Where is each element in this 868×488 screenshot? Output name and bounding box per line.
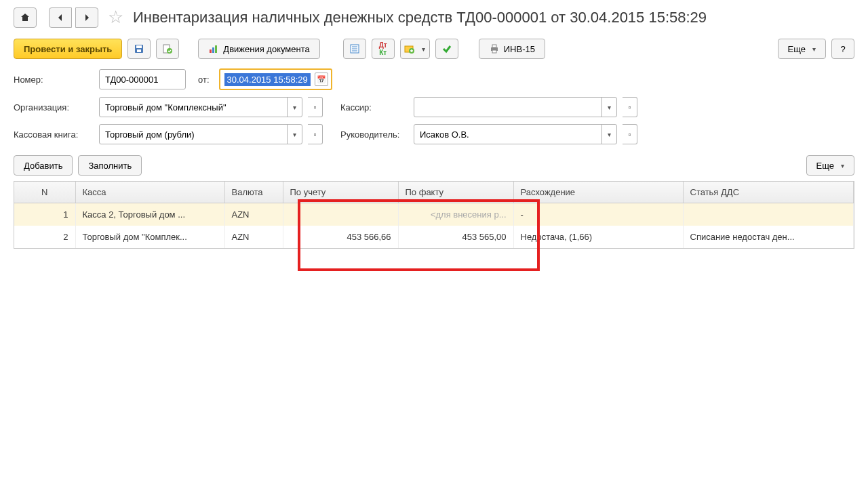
cell-po-uchetu[interactable]: 453 566,66 — [283, 226, 398, 248]
movements-label: Движения документа — [223, 44, 309, 54]
cashier-combo[interactable]: ▾ — [414, 97, 617, 117]
table-header-row: N Касса Валюта По учету По факту Расхожд… — [14, 182, 854, 203]
chevron-down-icon: ▾ — [841, 162, 844, 169]
main-toolbar: Провести и закрыть Движения документа Дт… — [0, 33, 868, 64]
org-open-button[interactable]: ▫ — [308, 97, 323, 117]
manager-combo[interactable]: ▾ — [414, 124, 617, 144]
date-value: 30.04.2015 15:58:29 — [224, 73, 311, 86]
chevron-down-icon[interactable]: ▾ — [287, 98, 302, 117]
org-combo[interactable]: ▾ — [99, 97, 302, 117]
chevron-down-icon[interactable]: ▾ — [601, 98, 616, 117]
cell-kassa[interactable]: Торговый дом "Комплек... — [75, 226, 224, 248]
svg-rect-5 — [210, 49, 212, 53]
svg-rect-2 — [137, 49, 141, 52]
check-icon — [441, 43, 452, 54]
more-button[interactable]: Еще ▾ — [778, 39, 826, 59]
more-label: Еще — [788, 44, 806, 54]
book-open-button[interactable]: ▫ — [308, 124, 323, 144]
fill-button[interactable]: Заполнить — [78, 155, 142, 176]
arrow-right-icon — [81, 12, 92, 23]
folder-plus-icon — [404, 43, 415, 54]
col-rash[interactable]: Расхождение — [513, 182, 683, 203]
cashier-label: Кассир: — [328, 102, 408, 113]
top-nav: ☆ Инвентаризация наличных денежных средс… — [0, 0, 868, 33]
floppy-icon — [134, 43, 144, 54]
page-title: Инвентаризация наличных денежных средств… — [133, 9, 707, 26]
cell-dds[interactable] — [683, 203, 854, 226]
help-button[interactable]: ? — [831, 39, 854, 59]
cashier-open-button[interactable]: ▫ — [623, 97, 637, 117]
form-area: Номер: от: 30.04.2015 15:58:29 📅 Организ… — [0, 64, 868, 148]
dtkt-icon: ДтКт — [379, 41, 387, 56]
chevron-down-icon: ▾ — [422, 45, 425, 53]
back-button[interactable] — [49, 7, 72, 28]
home-icon — [20, 12, 31, 23]
svg-rect-6 — [212, 47, 214, 53]
post-and-close-button[interactable]: Провести и закрыть — [14, 39, 122, 59]
list-icon — [349, 43, 360, 54]
manager-input[interactable] — [414, 125, 601, 144]
svg-rect-7 — [215, 45, 217, 53]
book-combo[interactable]: ▾ — [99, 124, 302, 144]
favorite-star-icon[interactable]: ☆ — [108, 7, 123, 28]
chevron-down-icon[interactable]: ▾ — [601, 125, 616, 144]
cell-dds[interactable]: Списание недостач ден... — [683, 226, 854, 248]
date-field[interactable]: 30.04.2015 15:58:29 📅 — [219, 68, 332, 90]
svg-rect-16 — [492, 50, 496, 53]
col-valuta[interactable]: Валюта — [224, 182, 283, 203]
table-toolbar: Добавить Заполнить Еще ▾ — [0, 148, 868, 181]
table-more-label: Еще — [816, 161, 834, 171]
table-more-button[interactable]: Еще ▾ — [806, 155, 854, 176]
chevron-down-icon[interactable]: ▾ — [287, 125, 302, 144]
svg-rect-15 — [492, 45, 496, 47]
print-inv15-button[interactable]: ИНВ-15 — [479, 39, 545, 59]
calendar-icon[interactable]: 📅 — [315, 73, 328, 86]
cell-n[interactable]: 2 — [14, 226, 75, 248]
list-button[interactable] — [343, 39, 366, 59]
col-kassa[interactable]: Касса — [75, 182, 224, 203]
chevron-down-icon: ▾ — [812, 45, 816, 53]
from-label: от: — [198, 75, 210, 85]
create-based-on-button[interactable]: ▾ — [400, 39, 430, 59]
post-button[interactable] — [156, 39, 179, 59]
manager-open-button[interactable]: ▫ — [623, 124, 637, 144]
col-po-faktu[interactable]: По факту — [398, 182, 513, 203]
org-input[interactable] — [100, 98, 287, 117]
add-row-button[interactable]: Добавить — [14, 155, 73, 176]
cell-n[interactable]: 1 — [14, 203, 75, 226]
svg-rect-1 — [136, 45, 142, 48]
col-po-uchetu[interactable]: По учету — [283, 182, 398, 203]
table-row[interactable]: 1 Касса 2, Торговый дом ... AZN <для вне… — [14, 203, 854, 226]
cell-po-faktu[interactable]: <для внесения р... — [398, 203, 513, 226]
cell-valuta[interactable]: AZN — [224, 203, 283, 226]
save-button[interactable] — [127, 39, 151, 59]
dtkt-button[interactable]: ДтКт — [372, 39, 395, 59]
table-row[interactable]: 2 Торговый дом "Комплек... AZN 453 566,6… — [14, 226, 854, 248]
col-n[interactable]: N — [14, 182, 75, 203]
forward-button[interactable] — [75, 7, 98, 28]
number-field[interactable] — [99, 69, 186, 89]
cashier-input[interactable] — [414, 98, 601, 117]
book-input[interactable] — [100, 125, 287, 144]
cell-po-uchetu[interactable] — [283, 203, 398, 226]
printer-icon — [489, 43, 500, 54]
movements-button[interactable]: Движения документа — [198, 39, 319, 59]
manager-label: Руководитель: — [328, 129, 408, 140]
approve-button[interactable] — [435, 39, 458, 59]
cell-po-faktu[interactable]: 453 565,00 — [398, 226, 513, 248]
cell-rash[interactable]: Недостача, (1,66) — [513, 226, 683, 248]
arrow-left-icon — [55, 12, 66, 23]
post-icon — [162, 43, 173, 54]
cell-kassa[interactable]: Касса 2, Торговый дом ... — [75, 203, 224, 226]
org-label: Организация: — [14, 102, 94, 113]
home-button[interactable] — [14, 7, 37, 28]
book-label: Кассовая книга: — [14, 129, 94, 140]
cell-valuta[interactable]: AZN — [224, 226, 283, 248]
col-dds[interactable]: Статья ДДС — [683, 182, 854, 203]
data-table: N Касса Валюта По учету По факту Расхожд… — [14, 181, 854, 249]
chart-icon — [208, 43, 219, 54]
number-label: Номер: — [14, 75, 94, 85]
cell-rash[interactable]: - — [513, 203, 683, 226]
inv15-label: ИНВ-15 — [504, 44, 535, 54]
